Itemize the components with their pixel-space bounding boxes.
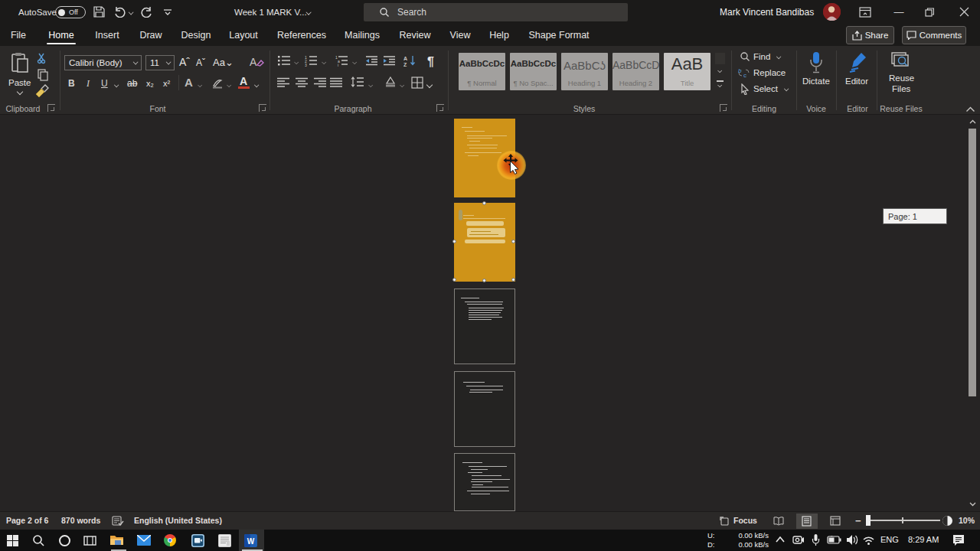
svg-text:i: i — [338, 63, 338, 67]
svg-text:c: c — [743, 72, 746, 78]
svg-text:A: A — [403, 56, 407, 61]
svg-text:W: W — [247, 537, 255, 546]
svg-text:Z: Z — [403, 62, 407, 67]
svg-text:3: 3 — [305, 63, 307, 67]
